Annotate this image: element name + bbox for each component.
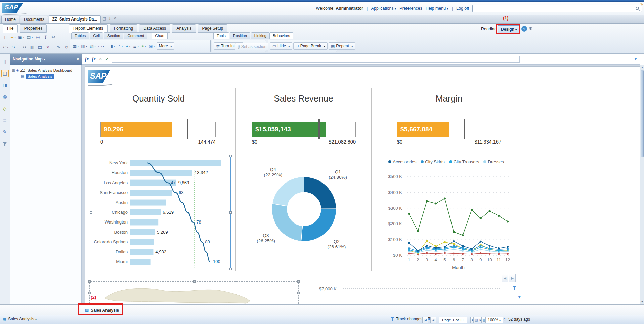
applications-menu[interactable]: Applications	[371, 6, 396, 11]
subtab-behaviors[interactable]: Behaviors	[269, 32, 293, 39]
vertical-table-icon[interactable]: ▦	[72, 43, 79, 49]
paste-icon[interactable]: ▤	[37, 44, 43, 50]
page-break-button[interactable]: ⊟Page Break	[293, 42, 328, 50]
tree-row-report[interactable]: ▤ Sales Analysis	[12, 73, 79, 79]
tab-home[interactable]: Home	[1, 16, 19, 23]
legend-item[interactable]: Dresses …	[483, 159, 509, 164]
resize-handle[interactable]	[297, 292, 300, 294]
margin-panel[interactable]: Margin $5,667,084 $0 $11,334,167 Accesso…	[381, 88, 517, 271]
horizontal-table-icon[interactable]: ▥	[80, 43, 88, 49]
margin-bullet-chart[interactable]: $5,667,084	[397, 122, 501, 137]
delete-icon[interactable]: ✕	[44, 44, 51, 50]
navigation-panel-title[interactable]: Navigation Map	[13, 57, 45, 62]
report-tab-sales-analysis[interactable]: ▤ Sales Analysis	[81, 306, 123, 315]
filters-icon[interactable]	[1, 140, 9, 148]
scroll-left-button[interactable]: ◀	[502, 274, 508, 282]
quantity-sold-panel[interactable]: Quantity Sold 90,296 0 144,474 New YorkH…	[91, 88, 226, 271]
mail-icon[interactable]: ✉	[50, 34, 57, 40]
margin-by-month-line-chart[interactable]: $0 K$100 K$200 K$300 K$400 K$500 K123456…	[383, 175, 515, 276]
scroll-down-icon[interactable]: ▼	[640, 299, 644, 304]
log-off-link[interactable]: Log off	[456, 6, 469, 11]
print-icon[interactable]: ▤	[26, 34, 33, 40]
formula-input[interactable]	[112, 56, 520, 63]
geo-map-chart-preview[interactable]	[101, 285, 253, 304]
close-tab-icon[interactable]: ✕	[113, 16, 116, 21]
bar-chart-icon[interactable]: ≣	[132, 43, 139, 49]
tab-data-access[interactable]: Data Access	[139, 24, 170, 33]
open-icon[interactable]: ▰	[10, 34, 16, 40]
document-structure-icon[interactable]: ≣	[1, 117, 9, 124]
report-selector[interactable]: ▦ Sales Analysis	[3, 317, 37, 321]
subtab-tools[interactable]: Tools	[213, 32, 229, 39]
formula-validate-icon[interactable]: ✓	[105, 57, 109, 62]
resize-handle[interactable]	[160, 268, 162, 270]
find-icon[interactable]: ◎	[35, 34, 41, 40]
more-charts-button[interactable]: More	[157, 42, 174, 50]
scrollbar-thumb[interactable]	[641, 70, 644, 157]
scatter-chart-icon[interactable]: ∴	[117, 43, 124, 49]
gear-icon[interactable]: ✱	[529, 26, 532, 31]
format-painter-icon[interactable]: ✎	[55, 44, 62, 50]
web-services-icon[interactable]: ◎	[1, 93, 9, 100]
resize-handle[interactable]	[229, 268, 232, 270]
save-icon[interactable]: ▣	[17, 34, 25, 40]
reading-mode-button[interactable]: Reading	[481, 27, 497, 31]
tree-row-root[interactable]: ⊟ ◈ ZZ_Sales Analysis Dashboard	[12, 67, 79, 73]
page-indicator[interactable]: Page 1 of 1+	[439, 317, 467, 323]
revenue-by-quarter-donut-chart[interactable]: Q1(24.86%)Q2(26.61%)Q3(26.25%)Q4(22.29%)	[236, 150, 372, 270]
crosstab-icon[interactable]: ▧	[89, 43, 96, 49]
tab-properties[interactable]: Properties	[20, 24, 47, 33]
new-document-icon[interactable]: ▯	[2, 34, 9, 40]
subtab-position[interactable]: Position	[230, 32, 250, 39]
formula-editor-icon[interactable]: fx	[92, 56, 96, 62]
quantity-by-city-pareto-chart[interactable]: New YorkHouston13,342Los Angeles9,869San…	[91, 156, 231, 270]
cut-icon[interactable]: ✂	[21, 44, 28, 50]
tree-selected-report[interactable]: Sales Analysis	[26, 74, 54, 79]
vertical-scrollbar[interactable]: ▲ ▼	[640, 65, 644, 304]
resize-handle[interactable]	[229, 155, 232, 157]
document-summary-icon[interactable]: ▯	[1, 58, 9, 65]
subtab-cell[interactable]: Cell	[90, 32, 103, 39]
selected-chart-frame[interactable]: New YorkHouston13,342Los Angeles9,869San…	[91, 156, 231, 269]
repeat-button[interactable]: ▦Repeat	[329, 42, 355, 50]
tab-documents[interactable]: Documents	[20, 16, 48, 23]
redo-icon[interactable]: ↷	[10, 44, 17, 50]
resize-handle[interactable]	[90, 155, 92, 157]
filter-bar-toggle-icon[interactable]	[512, 286, 517, 291]
subtab-section[interactable]: Section	[104, 32, 123, 39]
formula-cancel-icon[interactable]: ✕	[99, 57, 102, 62]
resize-handle[interactable]	[90, 211, 92, 214]
line-chart-icon[interactable]: ≈	[140, 43, 147, 49]
help-icon[interactable]: ?	[521, 26, 527, 32]
tab-report-elements[interactable]: Report Elements	[69, 24, 108, 33]
quick-display-mode-icon[interactable]: ▤	[473, 317, 479, 323]
report-page[interactable]: SAP Quantity Sold 90,296 0 144,474 New Y…	[85, 66, 640, 304]
zoom-control[interactable]: 100%	[485, 317, 503, 323]
tree-collapse-icon[interactable]: ⊟	[12, 69, 15, 72]
design-mode-button[interactable]: Design	[498, 25, 520, 33]
first-page-button[interactable]: |◀	[422, 317, 428, 323]
scroll-right-button[interactable]: ▶	[509, 274, 516, 282]
export-icon[interactable]: ↧	[42, 34, 49, 40]
resize-handle[interactable]	[88, 280, 91, 283]
tab-file[interactable]: File	[3, 24, 18, 33]
tab-active-document[interactable]: ZZ_Sales Analysis Da...	[49, 15, 101, 23]
sales-revenue-panel[interactable]: Sales Revenue $15,059,143 $0 $21,082,800…	[235, 88, 372, 271]
previous-page-button[interactable]: ◀	[430, 317, 436, 323]
scroll-up-icon[interactable]: ▲	[640, 65, 644, 69]
search-icon[interactable]	[636, 7, 639, 10]
preferences-link[interactable]: Preferences	[399, 6, 422, 11]
subtab-comment[interactable]: Comment	[124, 32, 147, 39]
report-selector-label[interactable]: Sales Analysis	[8, 317, 37, 321]
partial-chart-panel[interactable]: $7,000 K	[308, 272, 511, 304]
pin-tab-icon[interactable]: ↧	[108, 16, 111, 21]
resize-handle[interactable]	[88, 292, 91, 294]
float-window-icon[interactable]: ◳	[102, 16, 106, 21]
legend-item[interactable]: City Trousers	[449, 159, 479, 164]
tree-root-label[interactable]: ZZ_Sales Analysis Dashboard	[20, 68, 72, 72]
sales-revenue-bullet-chart[interactable]: $15,059,143	[252, 122, 356, 137]
input-controls-icon[interactable]: ◨	[1, 81, 9, 89]
zoom-select[interactable]: 100%	[485, 317, 503, 323]
quantity-sold-bullet-chart[interactable]: 90,296	[100, 122, 216, 137]
tab-formatting[interactable]: Formatting	[110, 24, 137, 33]
